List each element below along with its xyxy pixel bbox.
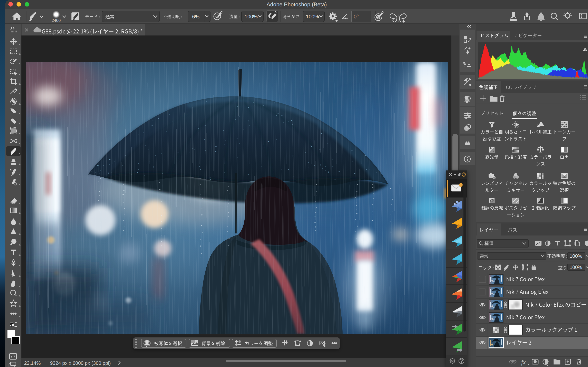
svg-text:100%: 100%: [570, 253, 582, 259]
svg-text:0°: 0°: [354, 13, 359, 20]
svg-text:6%: 6%: [192, 14, 199, 20]
svg-text:100%: 100%: [306, 14, 319, 20]
svg-text:fx: fx: [521, 359, 526, 366]
svg-text:100%: 100%: [245, 14, 258, 20]
svg-text:100%: 100%: [570, 265, 582, 270]
